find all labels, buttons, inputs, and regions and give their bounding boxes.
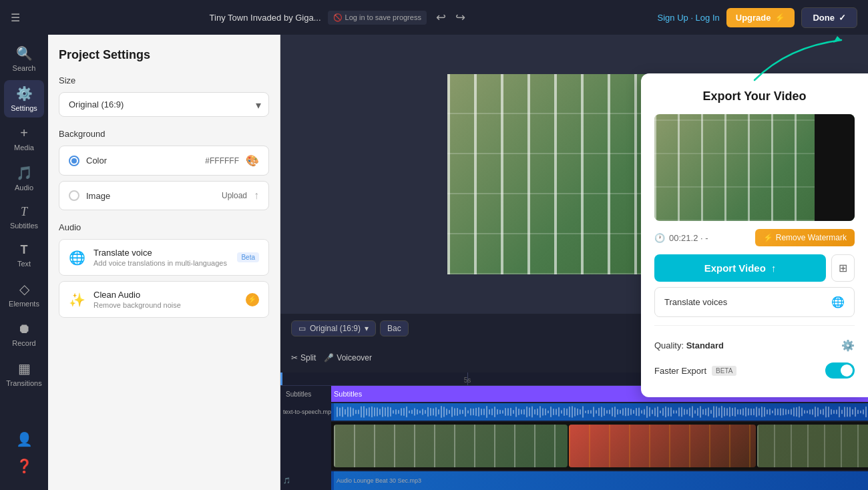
quality-settings-icon[interactable]: ⚙️ xyxy=(841,339,855,352)
svg-rect-70 xyxy=(523,409,525,415)
split-label: Split xyxy=(300,353,316,362)
svg-rect-149 xyxy=(734,407,736,417)
svg-rect-42 xyxy=(449,410,450,414)
sidebar-item-subtitles[interactable]: T Subtitles xyxy=(4,200,44,235)
hamburger-icon[interactable]: ☰ xyxy=(11,11,20,24)
svg-rect-35 xyxy=(430,408,431,416)
svg-rect-121 xyxy=(660,411,661,414)
svg-rect-58 xyxy=(491,409,493,415)
sidebar-item-settings[interactable]: ⚙️ Settings xyxy=(4,80,44,117)
remove-watermark-label: Remove Watermark xyxy=(776,233,847,242)
video-clip-1[interactable] xyxy=(334,425,568,467)
upgrade-audio-icon[interactable]: ⚡ xyxy=(246,293,259,306)
color-bg-option[interactable]: Color #FFFFFF 🎨 xyxy=(59,146,269,176)
svg-rect-62 xyxy=(502,410,503,413)
sidebar-item-record[interactable]: ⏺ Record xyxy=(4,316,44,352)
sidebar-item-media[interactable]: + Media xyxy=(4,120,44,157)
svg-rect-171 xyxy=(793,407,795,417)
svg-rect-50 xyxy=(470,409,471,416)
svg-rect-96 xyxy=(593,407,594,417)
quality-row: Quality: Standard ⚙️ xyxy=(654,334,855,357)
faster-export-beta-tag: BETA xyxy=(712,366,736,376)
sidebar-item-account[interactable]: 👤 xyxy=(4,426,44,453)
svg-rect-158 xyxy=(758,408,760,416)
sidebar-item-help[interactable]: ❓ xyxy=(4,453,44,479)
svg-rect-18 xyxy=(385,407,386,417)
translate-voices-label: Translate voices xyxy=(664,297,727,307)
clock-icon: 🕐 xyxy=(654,233,665,243)
size-select-wrapper: Original (16:9) 1:1 Square 9:16 Portrait… xyxy=(59,92,269,117)
sidebar-item-elements[interactable]: ◇ Elements xyxy=(4,276,44,313)
export-extra-button[interactable]: ⊞ xyxy=(831,254,855,282)
clean-audio-card[interactable]: ✨ Clean Audio Remove background noise ⚡ xyxy=(59,281,269,318)
undo-button[interactable]: ↩ xyxy=(433,7,449,27)
subtitles-sidebar-label: Subtitles xyxy=(286,391,311,398)
remove-watermark-button[interactable]: ⚡ Remove Watermark xyxy=(755,229,855,246)
done-button[interactable]: Done ✓ xyxy=(801,7,857,28)
svg-rect-55 xyxy=(483,409,485,415)
svg-rect-151 xyxy=(740,409,741,415)
tts-audio-track[interactable]: text-to-speech.mp3 xyxy=(280,403,868,421)
video-clip-3[interactable] xyxy=(757,425,868,467)
svg-rect-82 xyxy=(556,409,557,415)
aspect-ratio-arrow: ▾ xyxy=(365,324,369,333)
upgrade-button[interactable]: Upgrade ⚡ xyxy=(726,8,795,27)
export-meta-row: 🕐 00:21.2 · - ⚡ Remove Watermark xyxy=(654,229,855,246)
aspect-ratio-selector[interactable]: ▭ Original (16:9) ▾ xyxy=(291,320,376,336)
redo-button[interactable]: ↪ xyxy=(453,7,468,27)
export-actions: Export Video ↑ ⊞ xyxy=(654,254,855,282)
svg-rect-154 xyxy=(748,409,749,416)
translate-voices-row[interactable]: Translate voices 🌐 xyxy=(654,287,855,317)
svg-rect-78 xyxy=(545,409,546,415)
svg-rect-25 xyxy=(403,408,405,416)
faster-export-toggle[interactable] xyxy=(825,362,855,379)
svg-rect-160 xyxy=(764,407,765,417)
size-select[interactable]: Original (16:9) 1:1 Square 9:16 Portrait xyxy=(59,92,269,117)
sidebar-item-search[interactable]: 🔍 Search xyxy=(4,40,44,77)
svg-rect-190 xyxy=(844,407,845,417)
video-clip-2[interactable] xyxy=(569,425,756,467)
image-radio[interactable] xyxy=(69,190,79,201)
svg-rect-11 xyxy=(366,408,367,415)
svg-rect-100 xyxy=(604,408,605,416)
split-button[interactable]: ✂ Split xyxy=(291,353,316,362)
image-bg-option[interactable]: Image Upload ↑ xyxy=(59,181,269,210)
duration-text: 00:21.2 · - xyxy=(669,233,708,243)
translate-voice-icon: 🌐 xyxy=(69,250,85,266)
checkmark-icon: ✓ xyxy=(839,13,846,23)
svg-rect-69 xyxy=(521,409,522,414)
color-picker-icon[interactable]: 🎨 xyxy=(246,154,259,167)
svg-rect-107 xyxy=(622,409,624,416)
svg-rect-47 xyxy=(462,410,463,414)
translate-voice-card[interactable]: 🌐 Translate voice Add voice translations… xyxy=(59,239,269,276)
background-btn[interactable]: Bac xyxy=(380,320,409,336)
sidebar-item-transitions[interactable]: ▦ Transitions xyxy=(4,355,44,393)
svg-rect-150 xyxy=(737,409,738,415)
upload-button[interactable]: Upload xyxy=(222,191,247,200)
svg-rect-14 xyxy=(374,407,375,416)
svg-rect-91 xyxy=(580,409,581,415)
export-video-button[interactable]: Export Video ↑ xyxy=(654,254,826,282)
voiceover-button[interactable]: 🎤 Voiceover xyxy=(324,353,372,362)
background-audio-track[interactable]: 🎵 Audio Lounge Beat 30 Sec.mp3 xyxy=(280,471,868,490)
svg-rect-52 xyxy=(475,408,477,416)
svg-rect-101 xyxy=(606,410,608,413)
svg-rect-74 xyxy=(534,409,535,415)
auth-links[interactable]: Sign Up · Log In xyxy=(658,13,720,23)
svg-rect-187 xyxy=(836,409,837,414)
svg-rect-63 xyxy=(505,408,506,416)
color-radio[interactable] xyxy=(69,156,79,166)
translate-voice-desc: Add voice translations in multi-language… xyxy=(93,259,229,267)
svg-rect-66 xyxy=(513,410,514,414)
svg-rect-9 xyxy=(361,407,362,418)
svg-rect-24 xyxy=(401,408,402,416)
cloud-off-icon: 🚫 xyxy=(333,13,343,22)
sidebar-label-search: Search xyxy=(13,64,36,72)
beta-badge: Beta xyxy=(237,252,259,262)
sidebar-item-text[interactable]: T Text xyxy=(4,238,44,273)
svg-rect-31 xyxy=(419,411,421,414)
sidebar-item-audio[interactable]: 🎵 Audio xyxy=(4,160,44,197)
clean-audio-desc: Remove background noise xyxy=(93,301,238,309)
svg-rect-136 xyxy=(700,406,701,418)
voiceover-icon: 🎤 xyxy=(324,353,334,362)
